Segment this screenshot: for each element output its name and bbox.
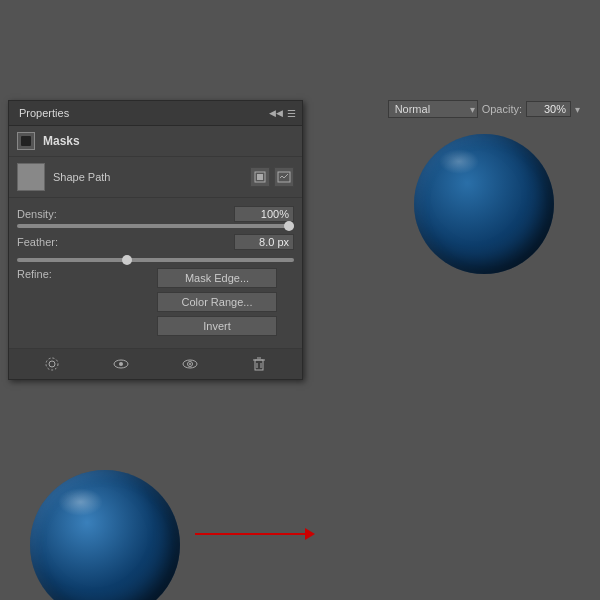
svg-point-6 [119, 362, 123, 366]
svg-rect-10 [255, 360, 263, 370]
shape-path-icons [250, 167, 294, 187]
shape-path-label: Shape Path [53, 171, 242, 183]
feather-slider-track[interactable] [17, 258, 294, 262]
panel-titlebar-buttons: ◀◀ ☰ [269, 108, 296, 119]
refine-row: Refine: Mask Edge... Color Range... Inve… [17, 268, 294, 336]
blend-mode-select[interactable]: Normal [388, 100, 478, 118]
svg-rect-2 [278, 172, 290, 182]
shape-path-icon-btn-2[interactable] [274, 167, 294, 187]
density-value[interactable]: 100% [234, 206, 294, 222]
feather-slider-thumb[interactable] [122, 255, 132, 265]
blend-select-wrapper: Normal [388, 100, 478, 118]
opacity-arrow-icon[interactable]: ▾ [575, 104, 580, 115]
density-slider-wrapper [17, 224, 294, 228]
opacity-label: Opacity: [482, 103, 522, 115]
svg-point-4 [49, 361, 55, 367]
panel-toolbar [9, 348, 302, 379]
arrow-head [305, 528, 315, 540]
masks-title: Masks [43, 134, 80, 148]
density-slider-thumb[interactable] [284, 221, 294, 231]
visibility-icon[interactable] [180, 354, 200, 374]
right-area: Normal Opacity: 30% ▾ [388, 100, 580, 274]
vector-mask-icon [277, 170, 291, 184]
svg-rect-1 [257, 174, 263, 180]
blend-row: Normal Opacity: 30% ▾ [388, 100, 580, 118]
properties-panel: Properties ◀◀ ☰ Masks Shape Path [8, 100, 303, 380]
density-label: Density: [17, 208, 87, 220]
feather-label: Feather: [17, 236, 87, 248]
shape-thumbnail [17, 163, 45, 191]
original-sphere-highlight [58, 488, 103, 516]
svg-point-3 [46, 358, 58, 370]
masks-header: Masks [9, 126, 302, 157]
panel-titlebar: Properties ◀◀ ☰ [9, 101, 302, 126]
feather-slider-wrapper [17, 258, 294, 262]
delete-mask-icon[interactable] [249, 354, 269, 374]
panel-menu-icon[interactable]: ☰ [287, 108, 296, 119]
result-sphere [414, 134, 554, 274]
shape-path-row: Shape Path [9, 157, 302, 198]
density-row: Density: 100% [17, 206, 294, 222]
sphere-highlight [439, 149, 479, 174]
feather-value[interactable]: 8.0 px [234, 234, 294, 250]
view-mask-icon[interactable] [111, 354, 131, 374]
mask-icon [17, 132, 35, 150]
mask-edge-button[interactable]: Mask Edge... [157, 268, 277, 288]
svg-point-9 [189, 363, 191, 365]
original-sphere [30, 470, 180, 600]
density-slider-track[interactable] [17, 224, 294, 228]
result-sphere-container [388, 134, 580, 274]
panel-tab-properties[interactable]: Properties [15, 105, 73, 121]
arrow-container [195, 528, 315, 540]
shape-path-icon-btn-1[interactable] [250, 167, 270, 187]
refine-buttons: Mask Edge... Color Range... Invert [157, 268, 277, 336]
panel-collapse-icon[interactable]: ◀◀ [269, 108, 283, 118]
opacity-value[interactable]: 30% [526, 101, 571, 117]
arrow-line [195, 533, 305, 535]
panel-title-left: Properties [15, 105, 73, 121]
color-range-button[interactable]: Color Range... [157, 292, 277, 312]
select-mask-icon[interactable] [42, 354, 62, 374]
panel-content: Density: 100% Feather: 8.0 px Refine: Ma… [9, 198, 302, 348]
invert-button[interactable]: Invert [157, 316, 277, 336]
refine-label: Refine: [17, 268, 87, 280]
feather-row: Feather: 8.0 px [17, 234, 294, 250]
mask-icon-inner [21, 136, 31, 146]
add-mask-icon [253, 170, 267, 184]
